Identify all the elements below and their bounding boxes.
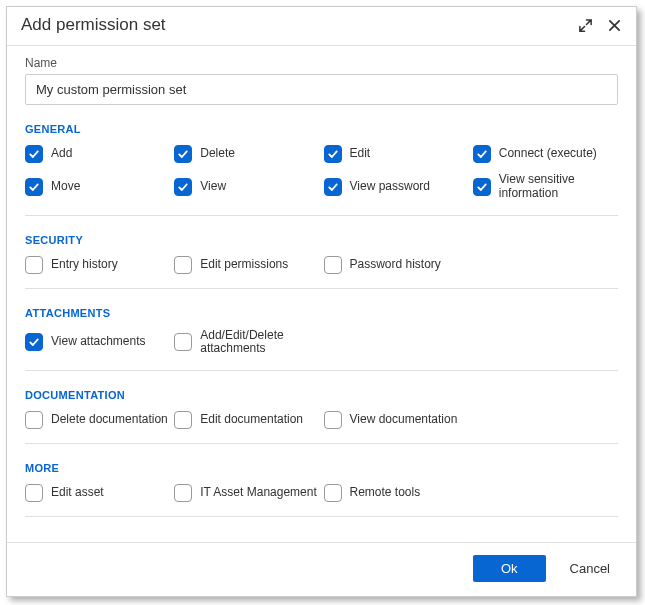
checkbox[interactable] <box>324 484 342 502</box>
checkbox[interactable] <box>174 333 192 351</box>
section-attachments: ATTACHMENTSView attachmentsAdd/Edit/Dele… <box>25 307 618 372</box>
section-title: SECURITY <box>25 234 618 246</box>
checkbox[interactable] <box>25 333 43 351</box>
section-documentation: DOCUMENTATIONDelete documentationEdit do… <box>25 389 618 444</box>
option-item: Entry history <box>25 256 170 274</box>
checkbox[interactable] <box>324 178 342 196</box>
section-more: MOREEdit assetIT Asset ManagementRemote … <box>25 462 618 517</box>
options-grid: Edit assetIT Asset ManagementRemote tool… <box>25 484 618 502</box>
section-title: DOCUMENTATION <box>25 389 618 401</box>
option-label: Edit asset <box>51 486 104 500</box>
checkbox[interactable] <box>25 145 43 163</box>
option-item: View attachments <box>25 329 170 357</box>
option-item: View documentation <box>324 411 469 429</box>
close-icon[interactable] <box>607 18 622 33</box>
option-label: Delete documentation <box>51 413 168 427</box>
option-label: IT Asset Management <box>200 486 317 500</box>
checkbox[interactable] <box>25 411 43 429</box>
header-icons <box>578 18 622 33</box>
dialog-content: Name GENERALAddDeleteEditConnect (execut… <box>7 46 636 542</box>
option-label: Edit permissions <box>200 258 288 272</box>
option-label: Delete <box>200 147 235 161</box>
option-label: View password <box>350 180 430 194</box>
option-label: Connect (execute) <box>499 147 597 161</box>
option-label: Entry history <box>51 258 118 272</box>
option-label: Move <box>51 180 80 194</box>
option-label: Password history <box>350 258 441 272</box>
checkbox[interactable] <box>25 484 43 502</box>
option-item: Password history <box>324 256 469 274</box>
option-label: View <box>200 180 226 194</box>
checkbox[interactable] <box>174 484 192 502</box>
checkbox[interactable] <box>25 256 43 274</box>
option-item: Edit <box>324 145 469 163</box>
options-grid: AddDeleteEditConnect (execute)MoveViewVi… <box>25 145 618 201</box>
option-item: View password <box>324 173 469 201</box>
options-grid: Entry historyEdit permissionsPassword hi… <box>25 256 618 274</box>
option-item: Edit asset <box>25 484 170 502</box>
name-input[interactable] <box>25 74 618 105</box>
option-item: Add <box>25 145 170 163</box>
dialog-title: Add permission set <box>21 15 578 35</box>
checkbox[interactable] <box>324 256 342 274</box>
option-label: Add <box>51 147 72 161</box>
option-label: Edit documentation <box>200 413 303 427</box>
add-permission-set-dialog: Add permission set Name GENERALAddDelete… <box>6 6 637 597</box>
option-label: View sensitive information <box>499 173 618 201</box>
option-label: Remote tools <box>350 486 421 500</box>
option-item: Connect (execute) <box>473 145 618 163</box>
ok-button[interactable]: Ok <box>473 555 546 582</box>
option-label: Edit <box>350 147 371 161</box>
options-grid: Delete documentationEdit documentationVi… <box>25 411 618 429</box>
options-grid: View attachmentsAdd/Edit/Delete attachme… <box>25 329 618 357</box>
name-label: Name <box>25 56 618 70</box>
section-security: SECURITYEntry historyEdit permissionsPas… <box>25 234 618 289</box>
option-item: View <box>174 173 319 201</box>
option-item: Move <box>25 173 170 201</box>
option-label: View documentation <box>350 413 458 427</box>
checkbox[interactable] <box>174 411 192 429</box>
option-label: Add/Edit/Delete attachments <box>200 329 319 357</box>
option-item: IT Asset Management <box>174 484 319 502</box>
checkbox[interactable] <box>473 178 491 196</box>
option-item: Edit permissions <box>174 256 319 274</box>
option-item: Add/Edit/Delete attachments <box>174 329 319 357</box>
checkbox[interactable] <box>25 178 43 196</box>
option-item: Remote tools <box>324 484 469 502</box>
section-title: ATTACHMENTS <box>25 307 618 319</box>
checkbox[interactable] <box>324 411 342 429</box>
section-general: GENERALAddDeleteEditConnect (execute)Mov… <box>25 123 618 216</box>
section-title: MORE <box>25 462 618 474</box>
dialog-header: Add permission set <box>7 7 636 46</box>
checkbox[interactable] <box>174 256 192 274</box>
cancel-button[interactable]: Cancel <box>570 555 610 582</box>
option-item: Edit documentation <box>174 411 319 429</box>
option-label: View attachments <box>51 335 146 349</box>
option-item: View sensitive information <box>473 173 618 201</box>
option-item: Delete documentation <box>25 411 170 429</box>
section-title: GENERAL <box>25 123 618 135</box>
dialog-footer: Ok Cancel <box>7 542 636 596</box>
option-item: Delete <box>174 145 319 163</box>
expand-icon[interactable] <box>578 18 593 33</box>
checkbox[interactable] <box>174 178 192 196</box>
checkbox[interactable] <box>473 145 491 163</box>
checkbox[interactable] <box>174 145 192 163</box>
checkbox[interactable] <box>324 145 342 163</box>
